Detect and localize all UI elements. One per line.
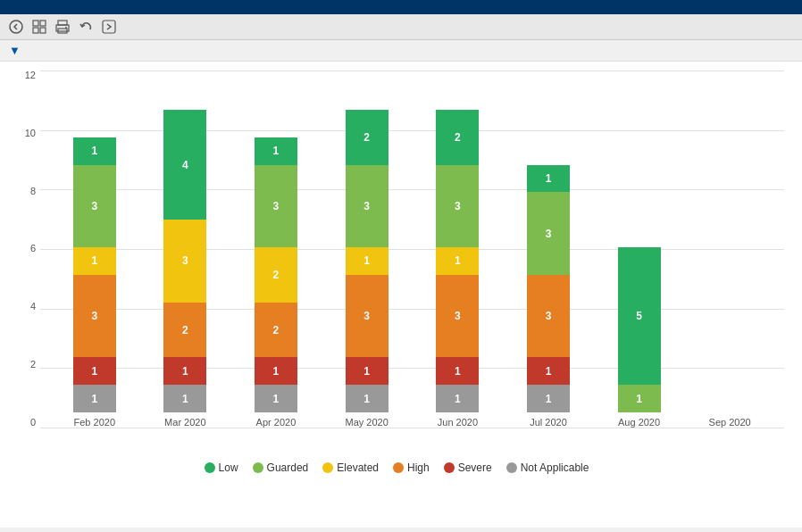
bar-x-label: May 2020	[346, 417, 388, 428]
y-axis-label: 4	[30, 302, 36, 312]
y-axis-label: 10	[25, 129, 36, 138]
svg-rect-2	[40, 21, 46, 26]
bar-stack[interactable]: 15	[618, 247, 661, 412]
y-axis-label: 0	[30, 418, 36, 428]
chart-area: 121086420 113131Feb 202011234Mar 2020112…	[9, 71, 784, 454]
filter-icon: ▼	[9, 44, 21, 57]
bar-group: 113132Jun 2020	[436, 110, 479, 428]
legend-color-dot	[205, 462, 215, 473]
legend-item-high: High	[393, 461, 430, 474]
bar-segment-guarded[interactable]: 3	[255, 165, 297, 248]
bar-segment-high[interactable]: 3	[346, 275, 388, 358]
grid-and-bars: 113131Feb 202011234Mar 2020112231Apr 202…	[40, 71, 784, 428]
bar-segment-elevated[interactable]: 1	[346, 247, 388, 275]
back-icon[interactable]	[7, 18, 25, 36]
bar-segment-high[interactable]: 3	[527, 275, 570, 358]
bar-segment-severe[interactable]: 1	[527, 357, 570, 385]
bar-group: 113132May 2020	[346, 110, 388, 428]
bar-segment-not-applicable[interactable]: 1	[346, 385, 388, 412]
bar-segment-guarded[interactable]: 3	[527, 192, 570, 275]
bar-segment-low[interactable]: 4	[163, 110, 206, 220]
bar-group: 11331Jul 2020	[527, 165, 570, 428]
bar-segment-high[interactable]: 3	[436, 275, 479, 358]
bar-segment-high[interactable]: 2	[255, 303, 297, 358]
legend-label: Elevated	[337, 461, 379, 474]
legend-item-not-applicable: Not Applicable	[506, 461, 589, 474]
bars-row: 113131Feb 202011234Mar 2020112231Apr 202…	[40, 71, 784, 428]
filter-bar: ▼	[0, 40, 802, 62]
bar-segment-low[interactable]: 2	[436, 110, 479, 165]
legend-item-low: Low	[205, 461, 238, 474]
bar-group: Sep 2020	[708, 412, 751, 428]
legend-item-guarded: Guarded	[253, 461, 309, 474]
bar-segment-low[interactable]: 1	[255, 137, 297, 165]
chart-panel: 121086420 113131Feb 202011234Mar 2020112…	[0, 62, 802, 528]
legend-label: Guarded	[267, 461, 309, 474]
bar-segment-guarded[interactable]: 1	[618, 385, 661, 412]
legend-label: High	[407, 461, 430, 474]
bar-stack[interactable]: 112231	[255, 137, 297, 412]
y-axis-label: 12	[25, 71, 36, 80]
bar-segment-severe[interactable]: 1	[73, 357, 116, 385]
legend-color-dot	[444, 462, 455, 473]
bar-segment-not-applicable[interactable]: 1	[527, 385, 570, 412]
bar-stack[interactable]: 113132	[436, 110, 479, 412]
bar-segment-severe[interactable]: 1	[163, 357, 206, 385]
toolbar	[0, 14, 802, 40]
bar-segment-elevated[interactable]: 1	[73, 247, 116, 275]
legend-label: Severe	[458, 461, 492, 474]
legend-color-dot	[506, 462, 517, 473]
forward-icon[interactable]	[100, 18, 118, 36]
bar-segment-severe[interactable]: 1	[255, 357, 297, 385]
print-icon[interactable]	[54, 18, 71, 36]
y-axis-label: 2	[30, 360, 36, 370]
svg-rect-3	[33, 28, 38, 33]
bar-x-label: Apr 2020	[256, 417, 297, 428]
bar-x-label: Aug 2020	[618, 417, 660, 428]
bar-stack[interactable]: 11331	[527, 165, 570, 412]
grid-line	[40, 428, 784, 428]
bar-segment-severe[interactable]: 1	[436, 357, 479, 385]
bar-segment-not-applicable[interactable]: 1	[73, 385, 116, 412]
bar-segment-low[interactable]: 1	[527, 165, 570, 193]
bar-segment-low[interactable]: 1	[73, 137, 116, 165]
bar-x-label: Jun 2020	[438, 417, 478, 428]
svg-point-8	[65, 27, 67, 29]
bar-segment-guarded[interactable]: 3	[346, 165, 388, 248]
bar-x-label: Feb 2020	[74, 417, 115, 428]
bar-segment-high[interactable]: 3	[73, 275, 116, 358]
grid-icon[interactable]	[30, 18, 48, 36]
svg-rect-4	[40, 28, 46, 33]
chart-container: 121086420 113131Feb 202011234Mar 2020112…	[0, 62, 802, 528]
legend-label: Low	[219, 461, 238, 474]
bar-segment-elevated[interactable]: 2	[255, 247, 297, 303]
bar-segment-high[interactable]: 2	[163, 303, 206, 358]
bar-segment-elevated[interactable]: 3	[163, 220, 206, 303]
bar-segment-not-applicable[interactable]: 1	[436, 385, 479, 412]
svg-rect-1	[33, 21, 38, 26]
bar-segment-low[interactable]: 2	[346, 110, 388, 165]
bar-segment-guarded[interactable]: 3	[436, 165, 479, 248]
legend-color-dot	[322, 462, 333, 473]
y-axis-label: 8	[30, 187, 36, 196]
bar-segment-elevated[interactable]: 1	[436, 247, 479, 275]
bar-stack[interactable]: 113132	[346, 110, 388, 412]
bar-x-label: Jul 2020	[530, 417, 567, 428]
bar-segment-low[interactable]: 5	[618, 247, 661, 385]
bar-stack[interactable]: 113131	[73, 137, 116, 412]
legend-color-dot	[253, 462, 263, 473]
bar-segment-severe[interactable]: 1	[346, 357, 388, 385]
bar-segment-not-applicable[interactable]: 1	[255, 385, 297, 412]
bar-segment-not-applicable[interactable]: 1	[163, 385, 206, 412]
y-axis: 121086420	[9, 71, 40, 428]
legend-item-severe: Severe	[444, 461, 492, 474]
bar-stack[interactable]: 11234	[163, 110, 206, 412]
bar-group: 15Aug 2020	[618, 247, 661, 428]
svg-point-0	[10, 21, 22, 33]
undo-icon[interactable]	[77, 18, 95, 36]
legend-item-elevated: Elevated	[322, 461, 379, 474]
bar-segment-guarded[interactable]: 3	[73, 165, 116, 248]
bar-group: 11234Mar 2020	[163, 110, 206, 428]
y-axis-label: 6	[30, 244, 36, 254]
bar-group: 112231Apr 2020	[255, 137, 297, 428]
